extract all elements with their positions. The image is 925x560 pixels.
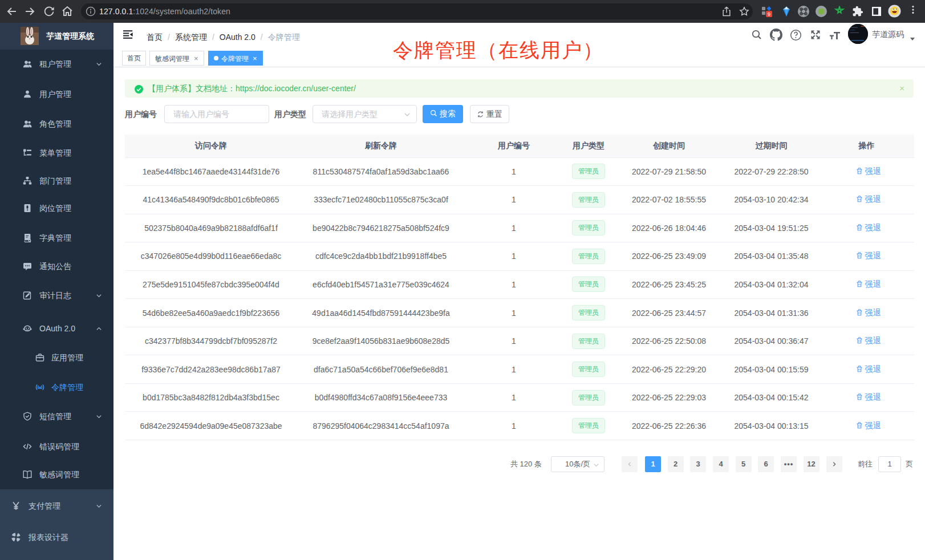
svg-text:9: 9 [768, 11, 770, 17]
svg-text:a: a [39, 384, 42, 389]
